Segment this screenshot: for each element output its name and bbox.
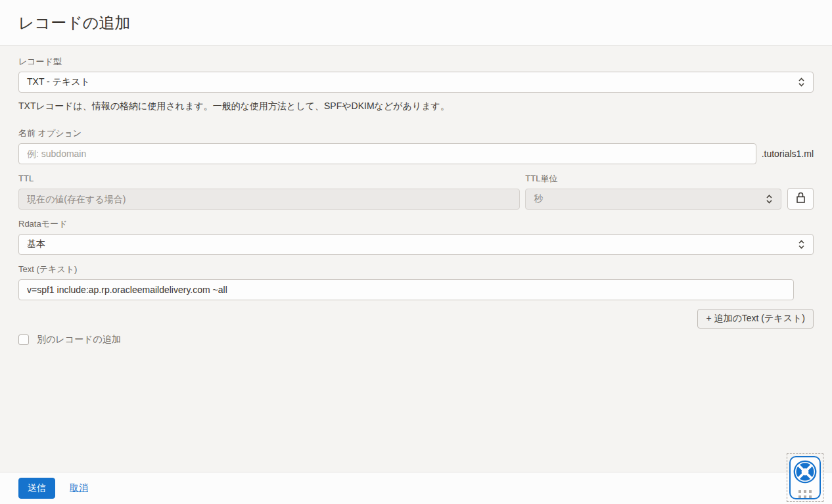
form-footer: 送信 取消	[0, 472, 832, 504]
record-type-select[interactable]: TXT - テキスト	[18, 72, 814, 93]
chevron-up-down-icon	[798, 77, 805, 87]
submit-button[interactable]: 送信	[18, 478, 55, 499]
add-text-row: + 追加のText (テキスト)	[18, 309, 814, 329]
chevron-up-down-icon	[766, 194, 773, 204]
name-input[interactable]	[18, 143, 756, 164]
record-type-value: TXT - テキスト	[27, 76, 90, 88]
add-another-row: 別のレコードの追加	[18, 334, 814, 346]
page-title: レコードの追加	[18, 12, 130, 34]
ttl-input	[18, 189, 520, 210]
name-row: .tutorials1.ml	[18, 143, 814, 164]
text-label: Text (テキスト)	[18, 264, 814, 275]
help-widget-selection	[787, 453, 823, 502]
add-record-form: レコード型 TXT - テキスト TXTレコードは、情報の格納に使用されます。一…	[0, 57, 832, 346]
ttl-unit-label: TTL単位	[525, 173, 781, 184]
life-ring-icon	[793, 460, 817, 486]
page-header: レコードの追加	[0, 0, 832, 46]
ttl-row: TTL TTL単位 秒	[18, 164, 814, 210]
record-type-label: レコード型	[18, 57, 814, 67]
cancel-link[interactable]: 取消	[70, 482, 88, 494]
chevron-up-down-icon	[798, 239, 805, 250]
ttl-unit-select: 秒	[525, 189, 781, 210]
text-input[interactable]	[18, 279, 794, 300]
name-label: 名前 オプション	[18, 128, 814, 139]
domain-suffix: .tutorials1.ml	[762, 149, 814, 159]
add-text-button[interactable]: + 追加のText (テキスト)	[697, 309, 814, 329]
ttl-label: TTL	[18, 173, 520, 184]
ttl-unit-value: 秒	[534, 193, 543, 205]
add-another-label: 別のレコードの追加	[37, 334, 121, 346]
rdata-mode-select[interactable]: 基本	[18, 234, 814, 255]
drag-handle-dots-icon[interactable]	[798, 490, 812, 498]
ttl-lock-button[interactable]	[787, 188, 814, 210]
add-another-checkbox[interactable]	[18, 334, 29, 345]
rdata-mode-value: 基本	[27, 239, 45, 250]
lock-icon	[795, 191, 806, 206]
record-type-help-text: TXTレコードは、情報の格納に使用されます。一般的な使用方法として、SPFやDK…	[18, 101, 814, 111]
rdata-mode-label: Rdataモード	[18, 219, 814, 229]
help-widget-button[interactable]	[789, 456, 821, 499]
